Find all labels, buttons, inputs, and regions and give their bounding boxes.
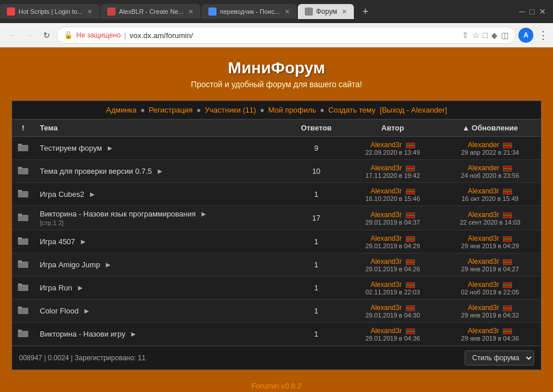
update-author-link[interactable]: Alexand3r (468, 257, 499, 266)
nav-bar: ← → ↻ 🔓 Не защищено | vox.dx.am/forumin/… (0, 23, 553, 47)
topic-link[interactable]: Игра 4507 ► (40, 237, 87, 246)
row-author-cell: Alexand3r 29.01.2019 в 04:29 (346, 230, 439, 253)
tab-close-hotscripts[interactable]: ✕ (87, 8, 92, 16)
row-update-cell: Alexand3r 02 ноб 2019 в 22:05 (439, 277, 541, 300)
logout-text[interactable]: [Выход - Alexander] (380, 106, 447, 114)
bookmark-icon[interactable]: ☆ (472, 31, 480, 40)
style-select[interactable]: Стиль форума (465, 350, 534, 365)
registration-link[interactable]: Регистрация (149, 106, 193, 114)
forum-nav-links: Админка ● Регистрация ● Участники (11) ●… (12, 101, 541, 120)
row-icon-cell (12, 253, 34, 277)
row-update-cell: Alexander 24 ноб 2020 в 23:56 (439, 160, 541, 183)
row-icon-cell (12, 300, 34, 323)
row-update-cell: Alexand3r 29 янв 2019 в 04:29 (439, 230, 541, 253)
address-bar[interactable]: 🔓 Не защищено | vox.dx.am/forumin/ ⇧ ☆ □… (57, 27, 516, 44)
author-link[interactable]: Alexand3r (371, 281, 402, 289)
new-tab-button[interactable]: + (357, 3, 373, 20)
row-topic-cell: Тема для проверки версии 0.7.5 ► (34, 160, 286, 183)
row-icon-cell (12, 183, 34, 206)
nav-sep-4: ● (320, 106, 324, 114)
participants-link[interactable]: Участники (11) (205, 106, 256, 114)
adminka-link[interactable]: Админка (106, 106, 137, 114)
author-date: 22.09.2020 в 13:49 (352, 149, 434, 156)
author-flag (406, 305, 415, 311)
topic-link[interactable]: Игра Cubes2 ► (40, 190, 96, 199)
topic-link[interactable]: Тестируем форум ► (40, 144, 114, 152)
update-flag (503, 189, 512, 195)
footer-stats: 008947 | 0.0024 | Зарегистрировано: 11 (19, 354, 145, 362)
minimize-icon[interactable]: ─ (520, 7, 525, 16)
update-date: 29 янв 2019 в 04:29 (445, 242, 535, 249)
page-links: [стр.1 2] (40, 219, 281, 226)
tab-alex[interactable]: AlexBLR - Create Ne... ✕ (100, 4, 200, 19)
row-replies-cell: 1 (286, 230, 346, 253)
update-author-link[interactable]: Alexand3r (468, 327, 499, 335)
table-row: Тема для проверки версии 0.7.5 ► 10 Alex… (12, 160, 541, 183)
back-button[interactable]: ← (5, 28, 20, 43)
author-link[interactable]: Alexand3r (371, 187, 402, 195)
profile-avatar[interactable]: A (518, 28, 533, 43)
topic-link[interactable]: Игра Run ► (40, 283, 84, 292)
svg-rect-3 (18, 167, 22, 169)
col-update[interactable]: ▲ Обновление (439, 120, 541, 137)
update-author-link[interactable]: Alexand3r (468, 187, 499, 195)
folder-icon (18, 213, 28, 221)
reload-button[interactable]: ↻ (39, 28, 54, 43)
update-author-link[interactable]: Alexander (468, 164, 499, 172)
svg-rect-15 (18, 307, 22, 309)
author-link[interactable]: Alexand3r (371, 257, 402, 266)
author-flag (406, 236, 415, 242)
maximize-icon[interactable]: □ (530, 7, 535, 16)
author-date: 16.10.2020 в 15:46 (352, 195, 434, 202)
update-date: 29 янв 2019 в 04:27 (445, 266, 535, 272)
tab-close-alex[interactable]: ✕ (188, 8, 193, 16)
topic-link[interactable]: Игра Amigo Jump ► (40, 260, 112, 269)
topic-link[interactable]: Викторина - Назови игру ► (40, 330, 137, 338)
update-date: 29 янв 2019 в 04:32 (445, 312, 535, 319)
author-date: 29.01.2019 в 04:30 (352, 312, 434, 319)
tab-close-forum[interactable]: ✕ (342, 8, 347, 16)
row-topic-cell: Игра 4507 ► (34, 230, 286, 253)
extension-icon[interactable]: ◆ (491, 31, 498, 40)
row-replies-cell: 10 (286, 160, 346, 183)
browser-menu-button[interactable]: ⋮ (538, 29, 548, 42)
row-topic-cell: Викторина - Назови игру ► (34, 323, 286, 346)
row-author-cell: Alexand3r 29.01.2019 в 04:30 (346, 300, 439, 323)
topic-link[interactable]: Color Flood ► (40, 307, 91, 315)
author-link[interactable]: Alexand3r (371, 211, 402, 219)
create-topic-link[interactable]: Создать тему (328, 106, 376, 114)
table-row: Викторина - Назови язык программирования… (12, 206, 541, 230)
author-link[interactable]: Alexand3r (371, 304, 402, 312)
update-flag (503, 236, 512, 242)
author-link[interactable]: Alexand3r (371, 141, 402, 149)
topic-arrow: ► (83, 307, 91, 315)
my-profile-link[interactable]: Мой профиль (268, 106, 316, 114)
update-author-link[interactable]: Alexand3r (468, 304, 499, 312)
row-icon-cell (12, 277, 34, 300)
folder-icon (18, 166, 28, 174)
screenshot-icon[interactable]: □ (483, 31, 488, 40)
author-link[interactable]: Alexand3r (371, 164, 402, 172)
topic-link[interactable]: Викторина - Назови язык программирования… (40, 210, 207, 218)
update-author-link[interactable]: Alexand3r (468, 234, 499, 242)
author-link[interactable]: Alexand3r (371, 327, 402, 335)
svg-rect-17 (18, 330, 22, 332)
topic-arrow: ► (80, 237, 87, 246)
row-replies-cell: 9 (286, 137, 346, 160)
tab-label-hotscripts: Hot Scripts | Login to... (18, 8, 83, 15)
address-text[interactable]: vox.dx.am/forumin/ (130, 31, 458, 40)
update-author-link[interactable]: Alexand3r (468, 211, 499, 219)
author-link[interactable]: Alexand3r (371, 234, 402, 242)
forward-button[interactable]: → (22, 28, 37, 43)
update-author-link[interactable]: Alexand3r (468, 281, 499, 289)
update-author-link[interactable]: Alexander (468, 141, 499, 149)
sidebar-icon[interactable]: ◫ (501, 31, 509, 40)
close-icon[interactable]: ✕ (539, 7, 546, 16)
tab-hotscripts[interactable]: Hot Scripts | Login to... ✕ (0, 4, 99, 19)
tab-close-google[interactable]: ✕ (285, 8, 290, 16)
tab-google[interactable]: переводчик - Поис... ✕ (201, 4, 297, 19)
share-icon[interactable]: ⇧ (462, 31, 469, 40)
tab-forum[interactable]: Форум ✕ (298, 4, 354, 19)
version-link[interactable]: Forumin v0.8.2 (252, 382, 302, 390)
topic-link[interactable]: Тема для проверки версии 0.7.5 ► (40, 167, 164, 176)
